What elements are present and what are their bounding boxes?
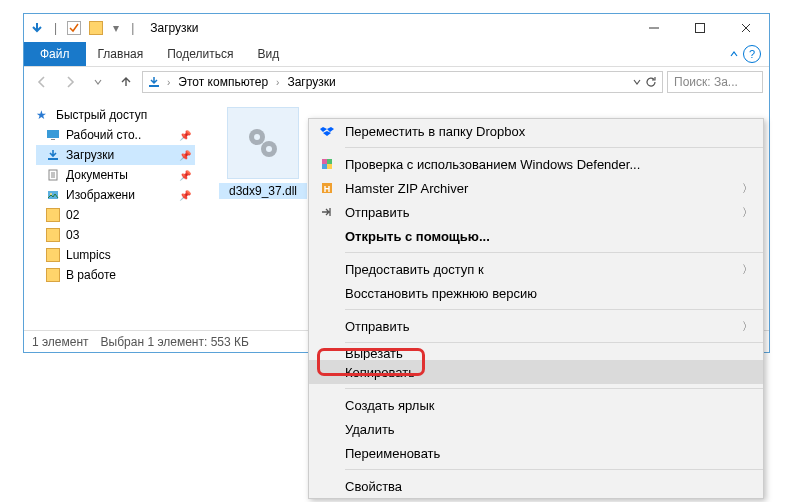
breadcrumb-downloads[interactable]: Загрузки (285, 75, 337, 89)
svg-point-9 (254, 134, 260, 140)
context-item[interactable]: Отправить〉 (309, 314, 763, 338)
status-count: 1 элемент (32, 335, 89, 349)
recent-button[interactable] (86, 70, 110, 94)
downloads-icon (46, 148, 60, 162)
collapse-ribbon-icon[interactable] (729, 49, 739, 59)
minimize-button[interactable] (631, 14, 677, 42)
addr-dropdown-icon[interactable] (632, 77, 642, 87)
sidebar-item[interactable]: В работе (36, 265, 195, 285)
separator: | (129, 21, 136, 35)
context-item-label: Удалить (345, 422, 395, 437)
pin-icon: 📌 (179, 170, 195, 181)
svg-rect-18 (322, 164, 327, 169)
hamster-icon: H (319, 180, 335, 196)
sidebar-item-label: Загрузки (66, 148, 114, 162)
defender-icon (319, 156, 335, 172)
sidebar-item-label: Lumpics (66, 248, 111, 262)
context-item-label: Создать ярлык (345, 398, 434, 413)
chevron-right-icon[interactable]: › (272, 77, 283, 88)
check-icon[interactable] (67, 21, 81, 35)
context-item[interactable]: Открыть с помощью... (309, 224, 763, 248)
ribbon: Файл Главная Поделиться Вид ? (24, 42, 769, 67)
sidebar-item[interactable]: Изображени📌 (36, 185, 195, 205)
context-item-label: Свойства (345, 479, 402, 494)
context-item[interactable]: Копировать (309, 360, 763, 384)
sidebar: ★ Быстрый доступ Рабочий сто..📌Загрузки📌… (24, 97, 199, 332)
context-item[interactable]: Создать ярлык (309, 393, 763, 417)
ribbon-tab-share[interactable]: Поделиться (155, 42, 245, 66)
svg-rect-3 (51, 139, 55, 140)
context-item[interactable]: Вырезать (309, 347, 763, 360)
chevron-right-icon[interactable]: › (163, 77, 174, 88)
ribbon-tab-home[interactable]: Главная (86, 42, 156, 66)
titlebar-left: | ▾ | Загрузки (24, 21, 199, 35)
sidebar-quick-access[interactable]: ★ Быстрый доступ (36, 105, 195, 125)
forward-button[interactable] (58, 70, 82, 94)
sidebar-item[interactable]: 02 (36, 205, 195, 225)
dropdown-icon[interactable]: ▾ (111, 21, 121, 35)
sidebar-item[interactable]: Загрузки📌 (36, 145, 195, 165)
context-item[interactable]: Переместить в папку Dropbox (309, 119, 763, 143)
context-item[interactable]: Предоставить доступ к〉 (309, 257, 763, 281)
svg-text:H: H (324, 184, 331, 194)
refresh-icon[interactable] (644, 75, 658, 89)
ribbon-right: ? (729, 42, 769, 66)
close-button[interactable] (723, 14, 769, 42)
sidebar-item[interactable]: Lumpics (36, 245, 195, 265)
context-item-label: Открыть с помощью... (345, 229, 490, 244)
help-icon[interactable]: ? (743, 45, 761, 63)
svg-rect-17 (327, 159, 332, 164)
sidebar-item[interactable]: 03 (36, 225, 195, 245)
context-item[interactable]: HHamster ZIP Archiver〉 (309, 176, 763, 200)
sidebar-item-label: Рабочий сто.. (66, 128, 141, 142)
chevron-right-icon: 〉 (742, 262, 753, 277)
sidebar-item[interactable]: Документы📌 (36, 165, 195, 185)
context-item[interactable]: Свойства (309, 474, 763, 498)
context-separator (345, 388, 763, 389)
dropbox-icon (319, 123, 335, 139)
context-item-label: Hamster ZIP Archiver (345, 181, 468, 196)
address-bar[interactable]: › Этот компьютер › Загрузки (142, 71, 663, 93)
context-item[interactable]: Восстановить прежнюю версию (309, 281, 763, 305)
chevron-right-icon: 〉 (742, 205, 753, 220)
search-placeholder: Поиск: За... (674, 75, 738, 89)
sidebar-item-label: Изображени (66, 188, 135, 202)
svg-rect-16 (322, 159, 327, 164)
svg-rect-4 (48, 158, 58, 160)
context-item[interactable]: Проверка с использованием Windows Defend… (309, 152, 763, 176)
context-menu: Переместить в папку DropboxПроверка с ис… (308, 118, 764, 499)
context-item-label: Отправить (345, 205, 409, 220)
star-icon: ★ (36, 108, 50, 122)
file-tab[interactable]: Файл (24, 42, 86, 66)
svg-rect-19 (327, 164, 332, 169)
context-item-label: Копировать (345, 365, 415, 380)
down-arrow-icon[interactable] (30, 21, 44, 35)
sidebar-label: Быстрый доступ (56, 108, 147, 122)
context-item-label: Проверка с использованием Windows Defend… (345, 157, 640, 172)
chevron-right-icon: 〉 (742, 319, 753, 334)
breadcrumb-pc[interactable]: Этот компьютер (176, 75, 270, 89)
context-item[interactable]: Переименовать (309, 441, 763, 465)
context-item[interactable]: Удалить (309, 417, 763, 441)
context-item-label: Вырезать (345, 347, 403, 360)
sidebar-item[interactable]: Рабочий сто..📌 (36, 125, 195, 145)
sidebar-item-label: Документы (66, 168, 128, 182)
documents-icon (46, 168, 60, 182)
pin-icon: 📌 (179, 130, 195, 141)
context-item-label: Переместить в папку Dropbox (345, 124, 525, 139)
back-button[interactable] (30, 70, 54, 94)
maximize-button[interactable] (677, 14, 723, 42)
svg-point-11 (266, 146, 272, 152)
chevron-right-icon: 〉 (742, 181, 753, 196)
svg-rect-0 (696, 24, 705, 33)
share-icon (319, 204, 335, 220)
title-bar: | ▾ | Загрузки (24, 14, 769, 42)
up-button[interactable] (114, 70, 138, 94)
context-item-label: Переименовать (345, 446, 440, 461)
sidebar-item-label: 02 (66, 208, 79, 222)
search-box[interactable]: Поиск: За... (667, 71, 763, 93)
context-item[interactable]: Отправить〉 (309, 200, 763, 224)
ribbon-tab-view[interactable]: Вид (245, 42, 291, 66)
file-item[interactable]: d3dx9_37.dll (219, 107, 307, 199)
svg-rect-1 (149, 85, 159, 87)
